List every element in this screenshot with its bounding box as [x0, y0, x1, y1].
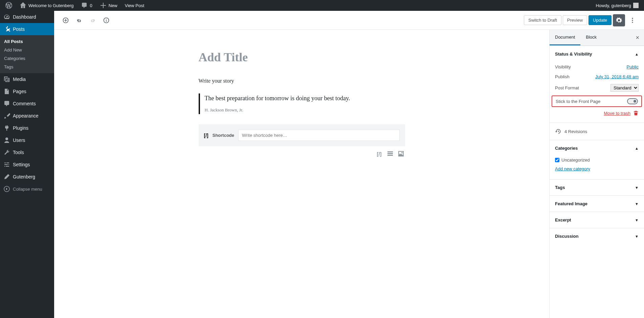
- menu-appearance[interactable]: Appearance: [0, 110, 54, 122]
- tab-block[interactable]: Block: [580, 30, 602, 45]
- menu-gutenberg[interactable]: Gutenberg: [0, 171, 54, 183]
- menu-tools[interactable]: Tools: [0, 146, 54, 158]
- visibility-value[interactable]: Public: [627, 64, 639, 69]
- settings-sidebar: Document Block × Status & Visibility▲ Vi…: [549, 30, 644, 318]
- plus-circle-icon: [62, 17, 69, 24]
- preview-button[interactable]: Preview: [563, 15, 587, 25]
- panel-discussion: Discussion▼: [550, 228, 644, 244]
- caret-up-icon: ▲: [635, 146, 639, 150]
- comments-icon: [3, 100, 10, 107]
- svg-point-2: [632, 20, 633, 21]
- panel-tags: Tags▼: [550, 179, 644, 195]
- post-format-select[interactable]: Standard: [610, 84, 639, 92]
- kebab-icon: [629, 17, 636, 24]
- post-format-label: Post Format: [555, 85, 579, 90]
- sticky-row-highlight: Stick to the Front Page: [552, 96, 642, 107]
- panel-discussion-header[interactable]: Discussion▼: [550, 228, 644, 244]
- plus-icon: [100, 2, 107, 9]
- user-icon: [3, 137, 10, 144]
- avatar: [633, 3, 639, 8]
- switch-to-draft-button[interactable]: Switch to Draft: [524, 15, 561, 25]
- collapse-icon: [3, 186, 10, 192]
- panel-featured-image-header[interactable]: Featured Image▼: [550, 196, 644, 212]
- shortcode-input[interactable]: [238, 130, 399, 141]
- menu-comments[interactable]: Comments: [0, 98, 54, 110]
- collapse-menu[interactable]: Collapse menu: [0, 183, 54, 195]
- wp-logo[interactable]: [3, 0, 15, 11]
- tab-document[interactable]: Document: [550, 30, 580, 45]
- submenu-tags[interactable]: Tags: [0, 63, 54, 71]
- submenu-add-new[interactable]: Add New: [0, 46, 54, 54]
- panel-featured-image: Featured Image▼: [550, 195, 644, 212]
- new-link[interactable]: New: [97, 0, 120, 11]
- menu-dashboard[interactable]: Dashboard: [0, 11, 54, 23]
- comments-link[interactable]: 0: [78, 0, 95, 11]
- insert-list-button[interactable]: [386, 150, 394, 158]
- admin-bar: Welcome to Gutenberg 0 New View Post How…: [0, 0, 644, 11]
- svg-point-3: [632, 22, 633, 23]
- caret-down-icon: ▼: [635, 202, 639, 206]
- post-title-input[interactable]: Add Title: [199, 50, 405, 64]
- menu-users[interactable]: Users: [0, 134, 54, 146]
- category-uncategorized-label: Uncategorized: [561, 157, 590, 163]
- quote-block[interactable]: The best preparation for tomorrow is doi…: [199, 93, 405, 114]
- add-block-button[interactable]: [60, 14, 72, 26]
- category-uncategorized-checkbox[interactable]: [555, 158, 559, 162]
- add-category-link[interactable]: Add new category: [555, 166, 590, 171]
- menu-media[interactable]: Media: [0, 73, 54, 85]
- dashboard-icon: [3, 14, 10, 20]
- caret-up-icon: ▲: [635, 52, 639, 56]
- settings-toggle-button[interactable]: [613, 14, 625, 26]
- shortcode-block[interactable]: [/] Shortcode: [199, 124, 405, 146]
- content-info-button[interactable]: [100, 14, 112, 26]
- menu-settings[interactable]: Settings: [0, 158, 54, 171]
- howdy-link[interactable]: Howdy, gutenberg: [593, 0, 641, 11]
- panel-categories: Categories▲ Uncategorized Add new catego…: [550, 140, 644, 179]
- revisions-row[interactable]: 4 Revisions: [550, 123, 644, 140]
- panel-excerpt: Excerpt▼: [550, 212, 644, 228]
- svg-point-1: [632, 18, 633, 19]
- menu-pages[interactable]: Pages: [0, 85, 54, 98]
- insert-image-button[interactable]: [397, 150, 405, 158]
- redo-button[interactable]: [87, 14, 99, 26]
- shortcode-label: Shortcode: [213, 133, 234, 138]
- gear-icon: [616, 17, 622, 24]
- pencil-icon: [3, 173, 10, 180]
- pin-icon: [3, 26, 10, 33]
- menu-posts[interactable]: Posts: [0, 23, 54, 35]
- close-sidebar-button[interactable]: ×: [631, 34, 644, 41]
- publish-label: Publish: [555, 74, 570, 79]
- editor-canvas[interactable]: Add Title Write your story The best prep…: [54, 30, 549, 318]
- caret-down-icon: ▼: [635, 186, 639, 190]
- shortcode-icon: [/]: [204, 133, 208, 138]
- sidebar-tabs: Document Block ×: [550, 30, 644, 46]
- wordpress-icon: [5, 2, 12, 9]
- block-inserter-row: [/]: [199, 146, 405, 161]
- quote-text[interactable]: The best preparation for tomorrow is doi…: [205, 95, 405, 102]
- brush-icon: [3, 112, 10, 119]
- more-menu-button[interactable]: [626, 14, 639, 26]
- undo-button[interactable]: [73, 14, 85, 26]
- panel-categories-header[interactable]: Categories▲: [550, 140, 644, 156]
- undo-icon: [76, 17, 83, 24]
- move-to-trash-link[interactable]: Move to trash: [604, 111, 630, 116]
- panel-tags-header[interactable]: Tags▼: [550, 179, 644, 195]
- panel-excerpt-header[interactable]: Excerpt▼: [550, 212, 644, 228]
- image-icon: [398, 150, 404, 157]
- submenu-all-posts[interactable]: All Posts: [0, 37, 54, 46]
- panel-status-header[interactable]: Status & Visibility▲: [550, 46, 644, 62]
- list-icon: [387, 150, 394, 157]
- publish-value[interactable]: July 31, 2018 6:48 am: [595, 74, 639, 79]
- paragraph-block[interactable]: Write your story: [199, 78, 405, 84]
- submenu-categories[interactable]: Categories: [0, 54, 54, 63]
- insert-shortcode-button[interactable]: [/]: [375, 150, 383, 158]
- site-link[interactable]: Welcome to Gutenberg: [17, 0, 76, 11]
- update-button[interactable]: Update: [589, 15, 612, 25]
- quote-citation[interactable]: H. Jackson Brown, Jr.: [205, 107, 405, 113]
- sticky-toggle[interactable]: [627, 98, 638, 104]
- caret-down-icon: ▼: [635, 234, 639, 238]
- view-post-link[interactable]: View Post: [122, 0, 147, 11]
- editor-header: Switch to Draft Preview Update: [54, 11, 644, 30]
- menu-plugins[interactable]: Plugins: [0, 122, 54, 134]
- visibility-label: Visibility: [555, 64, 571, 69]
